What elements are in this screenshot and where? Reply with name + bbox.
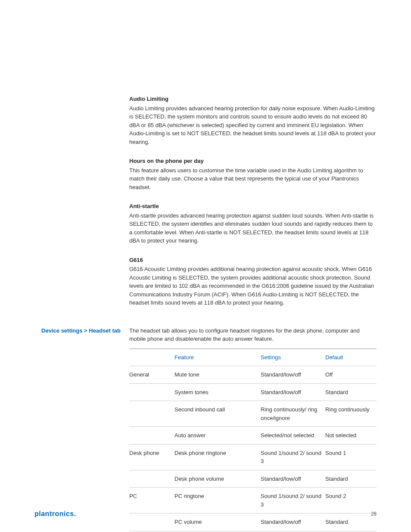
- section-title: G616: [129, 256, 377, 264]
- table-cell: Desk phone ringtone: [174, 444, 261, 470]
- section-title: Hours on the phone per day: [129, 157, 377, 165]
- table-cell: Sound 1: [325, 444, 377, 470]
- table-header-default: Default: [325, 348, 377, 366]
- section-audio-limiting: Audio Limiting Audio Limiting provides a…: [129, 95, 377, 146]
- table-cell: [129, 401, 174, 427]
- table-cell: Desk phone: [129, 444, 174, 470]
- table-cell: Second inbound call: [174, 401, 261, 427]
- table-cell: Ring continuously/ ring once/ignore: [261, 401, 325, 427]
- table-row: System tonesStandard/low/offStandard: [129, 383, 377, 401]
- section-body: This feature allows users to customise t…: [129, 166, 377, 192]
- table-row: Auto answerSelected/not selectedNot sele…: [129, 427, 377, 445]
- table-cell: [129, 470, 174, 488]
- table-row: Second inbound callRing continuously/ ri…: [129, 401, 377, 427]
- section-body: Anti-startle provides advanced hearing p…: [129, 212, 377, 245]
- brand-logo: plantronics.: [34, 509, 76, 519]
- table-cell: Standard: [325, 383, 377, 401]
- section-body: Audio Limiting provides advanced hearing…: [129, 104, 377, 146]
- section-g616: G616 G616 Acoustic Limiting provides add…: [129, 256, 377, 307]
- section-body: G616 Acoustic Limiting provides addition…: [129, 265, 377, 307]
- section-hours-per-day: Hours on the phone per day This feature …: [129, 157, 377, 191]
- table-cell: Standard/low/off: [261, 470, 325, 488]
- settings-table: Feature Settings Default GeneralMute ton…: [129, 348, 377, 532]
- table-header-settings: Settings: [261, 348, 325, 366]
- page-number: 28: [371, 510, 377, 518]
- intro-text: The headset tab allows you to configure …: [129, 327, 377, 343]
- table-cell: System tones: [174, 383, 261, 401]
- table-cell: Not selected: [325, 427, 377, 445]
- footer: plantronics. 28: [34, 509, 377, 519]
- table-row: Desk phoneDesk phone ringtoneSound 1/sou…: [129, 444, 377, 470]
- table-cell: [129, 383, 174, 401]
- section-title: Anti-startle: [129, 202, 377, 211]
- table-row: Desk phone volumeStandard/low/offStandar…: [129, 470, 377, 488]
- table-cell: Sound 1/sound 2/ sound 3: [261, 444, 325, 470]
- table-cell: Off: [325, 366, 377, 384]
- table-row: GeneralMute toneStandard/low/offOff: [129, 366, 377, 384]
- table-cell: Mute tone: [174, 366, 261, 384]
- table-cell: Ring continuously: [325, 401, 377, 427]
- table-header-feature: Feature: [174, 348, 261, 366]
- table-cell: [129, 427, 174, 445]
- section-title: Audio Limiting: [129, 95, 377, 103]
- table-cell: Auto answer: [174, 427, 261, 445]
- table-cell: Standard/low/off: [261, 366, 325, 384]
- table-cell: Desk phone volume: [174, 470, 261, 488]
- section-anti-startle: Anti-startle Anti-startle provides advan…: [129, 202, 377, 245]
- sidebar-section-title: Device settings > Headset tab: [34, 327, 121, 335]
- table-cell: Standard/low/off: [261, 383, 325, 401]
- table-cell: Standard: [325, 470, 377, 488]
- table-cell: Selected/not selected: [261, 427, 325, 445]
- table-cell: General: [129, 366, 174, 384]
- table-header-category: [129, 348, 174, 366]
